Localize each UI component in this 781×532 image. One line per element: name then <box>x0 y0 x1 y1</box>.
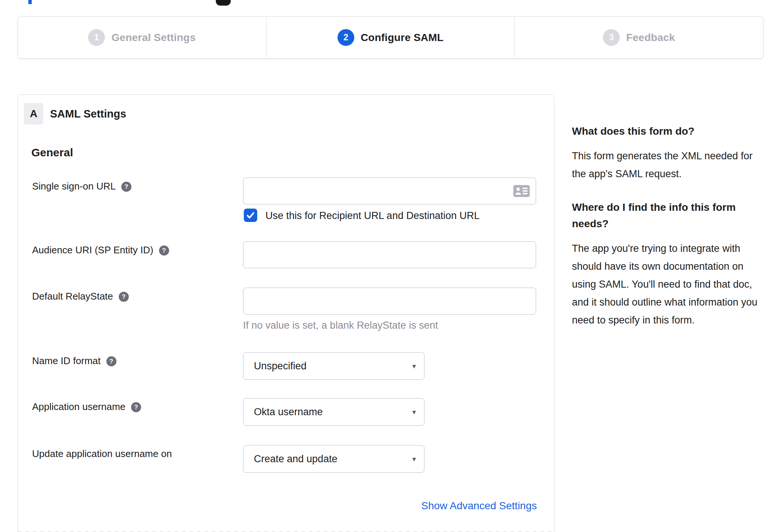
sidebar-body-what: This form generates the XML needed for t… <box>572 147 763 183</box>
step-label: Configure SAML <box>361 32 444 44</box>
step-number-badge: 2 <box>337 29 354 46</box>
step-general-settings[interactable]: 1 General Settings <box>18 17 266 58</box>
application-username-select[interactable]: Okta username ▾ <box>243 398 424 426</box>
recipient-url-checkbox-label[interactable]: Use this for Recipient URL and Destinati… <box>265 209 480 223</box>
checkmark-icon <box>246 210 255 220</box>
step-configure-saml[interactable]: 2 Configure SAML <box>266 17 515 58</box>
chevron-down-icon: ▾ <box>412 362 416 370</box>
field-label-default-relaystate: Default RelayState ? <box>32 291 129 302</box>
field-label-update-app-username: Update application username on <box>32 448 172 460</box>
help-icon[interactable]: ? <box>159 245 169 256</box>
step-feedback[interactable]: 3 Feedback <box>514 17 763 58</box>
update-app-username-select[interactable]: Create and update ▾ <box>243 445 424 473</box>
recipient-url-checkbox[interactable] <box>244 209 257 222</box>
single-sign-on-url-input[interactable] <box>243 178 536 204</box>
field-label-name-id-format: Name ID format ? <box>32 355 116 367</box>
wizard-stepper: 1 General Settings 2 Configure SAML 3 Fe… <box>18 16 763 59</box>
chevron-down-icon: ▾ <box>412 455 416 463</box>
section-badge-a: A <box>24 103 43 125</box>
page-header-fragment-blue <box>28 0 32 4</box>
chevron-down-icon: ▾ <box>412 408 416 416</box>
default-relaystate-input[interactable] <box>243 288 536 314</box>
help-icon[interactable]: ? <box>121 182 131 192</box>
section-title: SAML Settings <box>50 103 126 125</box>
help-icon[interactable]: ? <box>119 292 129 302</box>
sidebar-heading-where: Where do I find the info this form needs… <box>572 199 763 232</box>
help-icon[interactable]: ? <box>106 356 116 366</box>
show-advanced-settings-link[interactable]: Show Advanced Settings <box>243 500 537 512</box>
field-label-single-sign-on-url: Single sign-on URL ? <box>32 181 131 192</box>
help-sidebar: What does this form do? This form genera… <box>572 123 763 345</box>
contact-card-icon[interactable] <box>513 184 530 198</box>
audience-uri-input[interactable] <box>243 241 536 268</box>
step-label: General Settings <box>111 32 196 44</box>
general-heading: General <box>31 146 73 159</box>
relaystate-helper-text: If no value is set, a blank RelayState i… <box>243 320 438 331</box>
name-id-format-select[interactable]: Unspecified ▾ <box>243 352 424 380</box>
help-icon[interactable]: ? <box>131 402 141 412</box>
field-label-application-username: Application username ? <box>32 401 141 413</box>
step-label: Feedback <box>626 32 675 44</box>
step-number-badge: 3 <box>603 29 620 46</box>
saml-settings-panel: A SAML Settings General Single sign-on U… <box>18 94 554 532</box>
field-label-audience-uri: Audience URI (SP Entity ID) ? <box>32 244 169 256</box>
step-number-badge: 1 <box>88 29 105 46</box>
sidebar-body-where: The app you're trying to integrate with … <box>572 240 763 329</box>
page-header-fragment-icon <box>216 0 231 6</box>
sidebar-heading-what: What does this form do? <box>572 123 763 140</box>
